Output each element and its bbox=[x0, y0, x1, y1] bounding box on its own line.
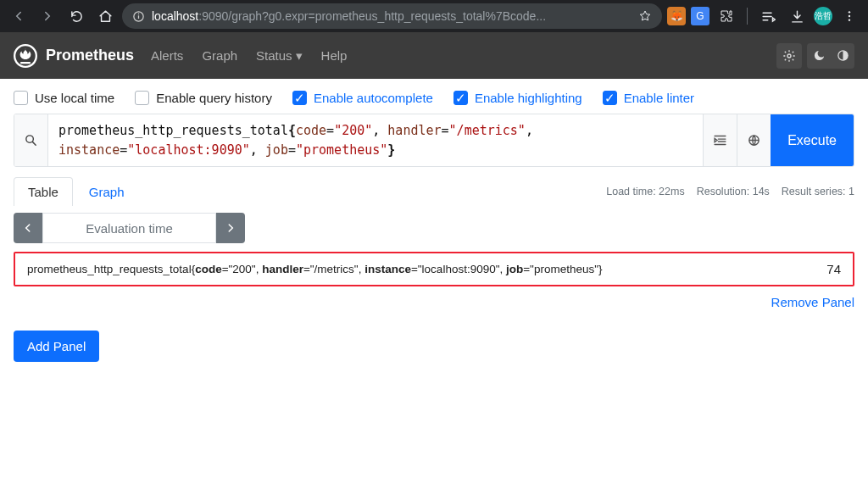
checkbox-checked-icon: ✓ bbox=[603, 91, 617, 105]
toggle-linter[interactable]: ✓Enable linter bbox=[603, 91, 694, 105]
checkbox-icon bbox=[14, 91, 28, 105]
chevron-right-icon bbox=[225, 222, 236, 234]
reload-button[interactable] bbox=[64, 4, 88, 28]
playlist-icon[interactable] bbox=[756, 4, 780, 28]
svg-point-4 bbox=[849, 15, 850, 17]
result-series-label: prometheus_http_requests_total{code="200… bbox=[27, 263, 603, 275]
nav-graph[interactable]: Graph bbox=[202, 48, 237, 64]
svg-point-8 bbox=[787, 54, 791, 58]
execute-button[interactable]: Execute bbox=[771, 114, 854, 166]
extensions-button[interactable] bbox=[715, 4, 738, 28]
search-icon bbox=[24, 133, 38, 147]
address-bar[interactable]: localhost:9090/graph?g0.expr=prometheus_… bbox=[122, 3, 662, 29]
browser-toolbar: localhost:9090/graph?g0.expr=prometheus_… bbox=[0, 0, 868, 32]
app-logo[interactable]: Prometheus bbox=[14, 44, 134, 68]
caret-down-icon: ▾ bbox=[296, 48, 303, 64]
svg-rect-1 bbox=[138, 15, 139, 19]
contrast-icon bbox=[837, 49, 849, 62]
prometheus-icon bbox=[14, 44, 37, 68]
app-nav: Alerts Graph Status ▾ Help bbox=[151, 48, 347, 64]
meta-result-series: Result series: 1 bbox=[782, 186, 854, 197]
globe-icon bbox=[747, 133, 761, 147]
nav-alerts[interactable]: Alerts bbox=[151, 48, 183, 64]
result-row: prometheus_http_requests_total{code="200… bbox=[14, 252, 854, 286]
toggle-query-history[interactable]: Enable query history bbox=[135, 91, 272, 105]
svg-rect-2 bbox=[138, 13, 139, 14]
info-icon bbox=[132, 10, 145, 23]
home-button[interactable] bbox=[93, 4, 117, 28]
kebab-menu-button[interactable] bbox=[837, 4, 861, 28]
toggle-highlighting[interactable]: ✓Enable highlighting bbox=[453, 91, 582, 105]
svg-rect-7 bbox=[20, 62, 31, 64]
tab-graph[interactable]: Graph bbox=[75, 177, 139, 206]
nav-help[interactable]: Help bbox=[321, 48, 348, 64]
extension-metamask-icon[interactable]: 🦊 bbox=[667, 7, 686, 25]
result-meta-row: Table Graph Load time: 22ms Resolution: … bbox=[14, 177, 854, 206]
theme-toggle bbox=[807, 43, 854, 69]
result-tabs: Table Graph bbox=[14, 177, 139, 206]
globe-button[interactable] bbox=[737, 114, 771, 166]
theme-dark-button[interactable] bbox=[807, 43, 831, 69]
chevron-left-icon bbox=[22, 222, 34, 234]
svg-point-5 bbox=[849, 19, 850, 20]
indent-icon bbox=[713, 133, 727, 147]
eval-time-input[interactable]: Evaluation time bbox=[42, 213, 216, 243]
metrics-explorer-button[interactable] bbox=[14, 114, 48, 166]
query-options-row: Use local time Enable query history ✓Ena… bbox=[14, 91, 854, 105]
meta-load-time: Load time: 22ms bbox=[606, 186, 684, 197]
eval-time-prev-button[interactable] bbox=[14, 213, 42, 243]
checkbox-checked-icon: ✓ bbox=[292, 91, 307, 105]
svg-point-3 bbox=[849, 11, 850, 13]
toggle-autocomplete[interactable]: ✓Enable autocomplete bbox=[292, 91, 433, 105]
eval-time-next-button[interactable] bbox=[216, 213, 245, 243]
forward-button[interactable] bbox=[36, 4, 59, 28]
add-panel-button[interactable]: Add Panel bbox=[14, 331, 99, 362]
tab-table[interactable]: Table bbox=[14, 177, 73, 206]
evaluation-time-control: Evaluation time bbox=[14, 213, 854, 243]
svg-point-10 bbox=[26, 136, 33, 143]
expression-input[interactable]: prometheus_http_requests_total{code="200… bbox=[48, 114, 703, 166]
settings-gear-button[interactable] bbox=[776, 43, 802, 69]
bookmark-star-icon[interactable] bbox=[638, 9, 652, 23]
divider bbox=[747, 8, 748, 25]
moon-icon bbox=[813, 49, 826, 62]
gear-icon bbox=[782, 49, 796, 63]
remove-panel-link[interactable]: Remove Panel bbox=[771, 295, 854, 309]
app-header: Prometheus Alerts Graph Status ▾ Help bbox=[0, 32, 868, 79]
checkbox-icon bbox=[135, 91, 149, 105]
page-content: Use local time Enable query history ✓Ena… bbox=[0, 79, 868, 374]
profile-avatar[interactable]: 浩哲 bbox=[814, 7, 832, 25]
checkbox-checked-icon: ✓ bbox=[453, 91, 468, 105]
toggle-local-time[interactable]: Use local time bbox=[14, 91, 114, 105]
meta-resolution: Resolution: 14s bbox=[697, 186, 770, 197]
downloads-button[interactable] bbox=[785, 4, 809, 28]
back-button[interactable] bbox=[7, 4, 31, 28]
nav-status[interactable]: Status ▾ bbox=[256, 48, 303, 64]
format-expression-button[interactable] bbox=[703, 114, 737, 166]
theme-contrast-button[interactable] bbox=[831, 43, 854, 69]
app-title: Prometheus bbox=[46, 47, 134, 64]
url-text: localhost:9090/graph?g0.expr=prometheus_… bbox=[152, 9, 546, 23]
extension-translate-icon[interactable]: G bbox=[691, 7, 709, 25]
query-bar: prometheus_http_requests_total{code="200… bbox=[14, 114, 854, 167]
result-value: 74 bbox=[826, 262, 841, 276]
